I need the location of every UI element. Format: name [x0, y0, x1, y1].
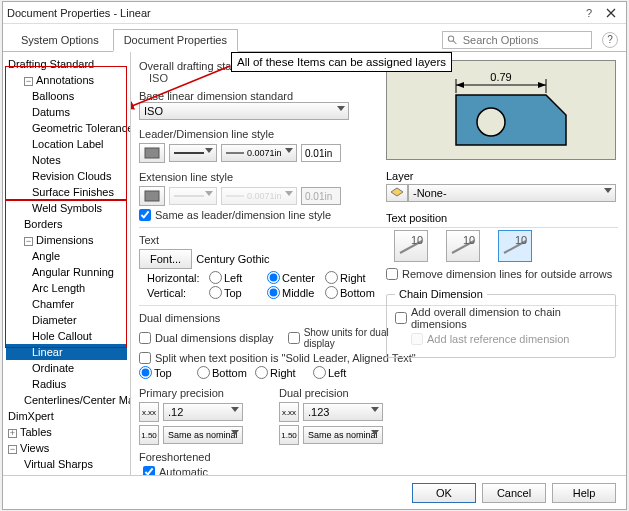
tree-dimensions[interactable]: −Dimensions: [6, 232, 127, 248]
primary-tolerance-combo[interactable]: Same as nominal: [163, 426, 243, 444]
svg-text:10: 10: [411, 235, 423, 246]
tree-centerlines[interactable]: Centerlines/Center Marks: [6, 392, 127, 408]
svg-rect-7: [145, 191, 159, 201]
text-pos-2[interactable]: 10: [446, 230, 480, 262]
close-button[interactable]: [600, 4, 622, 22]
leader-gap-input[interactable]: [301, 144, 341, 162]
horiz-center-radio[interactable]: Center: [267, 271, 319, 284]
tree-angular-running[interactable]: Angular Running: [6, 264, 127, 280]
tree-diameter[interactable]: Diameter: [6, 312, 127, 328]
callout-annotation: All of these Items can be assigned layer…: [231, 52, 452, 72]
dual-precision-label: Dual precision: [279, 387, 389, 399]
tree-arc-length[interactable]: Arc Length: [6, 280, 127, 296]
expand-icon[interactable]: +: [8, 429, 17, 438]
search-box[interactable]: [442, 31, 592, 49]
tree-virtual-sharps[interactable]: Virtual Sharps: [6, 456, 127, 472]
help-button[interactable]: Help: [552, 483, 616, 503]
svg-point-21: [477, 108, 505, 136]
tree-views[interactable]: −Views: [6, 440, 127, 456]
layer-icon[interactable]: [386, 184, 408, 202]
dual-split-checkbox[interactable]: [139, 352, 151, 364]
search-icon: [447, 34, 458, 46]
tree-location-label[interactable]: Location Label: [6, 136, 127, 152]
horiz-left-radio[interactable]: Left: [209, 271, 261, 284]
tree-detailing[interactable]: Detailing: [6, 472, 127, 475]
tree-borders[interactable]: Borders: [6, 216, 127, 232]
help-titlebar-button[interactable]: ?: [578, 4, 600, 22]
tree-linear[interactable]: Linear: [6, 344, 127, 360]
primary-precision-combo[interactable]: .12: [163, 403, 243, 421]
leader-thickness-combo[interactable]: 0.0071in: [221, 144, 297, 162]
preview-dimension: 0.79: [490, 71, 511, 83]
primary-tol-icon: 1.50: [139, 425, 159, 445]
tree-surface-finishes[interactable]: Surface Finishes: [6, 184, 127, 200]
tree-notes[interactable]: Notes: [6, 152, 127, 168]
collapse-icon[interactable]: −: [24, 237, 33, 246]
tree-datums[interactable]: Datums: [6, 104, 127, 120]
tree-dimxpert[interactable]: DimXpert: [6, 408, 127, 424]
font-button[interactable]: Font...: [139, 249, 192, 269]
svg-rect-4: [145, 148, 159, 158]
chain-add-last-checkbox: [411, 333, 423, 345]
tree-hole-callout[interactable]: Hole Callout: [6, 328, 127, 344]
tree-geometric-tolerances[interactable]: Geometric Tolerances: [6, 120, 127, 136]
svg-point-0: [448, 35, 453, 40]
tree-chamfer[interactable]: Chamfer: [6, 296, 127, 312]
chevron-down-icon: [231, 430, 239, 435]
cancel-button[interactable]: Cancel: [482, 483, 546, 503]
layer-combo[interactable]: -None-: [408, 184, 616, 202]
text-pos-1[interactable]: 10: [394, 230, 428, 262]
horiz-right-radio[interactable]: Right: [325, 271, 377, 284]
chain-add-overall-checkbox[interactable]: [395, 312, 407, 324]
chain-dimension-title: Chain Dimension: [395, 288, 487, 300]
dual-precision-combo[interactable]: .123: [303, 403, 383, 421]
primary-prec-icon: x.xx: [139, 402, 159, 422]
svg-marker-20: [538, 82, 546, 88]
tab-document-properties[interactable]: Document Properties: [113, 29, 238, 52]
search-input[interactable]: [462, 33, 587, 47]
dual-units-checkbox[interactable]: [288, 332, 300, 344]
dual-top-radio[interactable]: Top: [139, 366, 191, 379]
tree-balloons[interactable]: Balloons: [6, 88, 127, 104]
chevron-down-icon: [604, 188, 612, 193]
dual-bottom-radio[interactable]: Bottom: [197, 366, 249, 379]
leader-color-button[interactable]: [139, 143, 165, 163]
vert-bottom-radio[interactable]: Bottom: [325, 286, 377, 299]
leader-linetype-combo[interactable]: [169, 144, 217, 162]
tree-weld-symbols[interactable]: Weld Symbols: [6, 200, 127, 216]
svg-text:10: 10: [463, 235, 475, 246]
help-icon[interactable]: ?: [602, 32, 618, 48]
dual-left-radio[interactable]: Left: [313, 366, 365, 379]
primary-precision-label: Primary precision: [139, 387, 249, 399]
text-pos-3[interactable]: 10: [498, 230, 532, 262]
remove-dim-lines-checkbox[interactable]: [386, 268, 398, 280]
tree-revision-clouds[interactable]: Revision Clouds: [6, 168, 127, 184]
ok-button[interactable]: OK: [412, 483, 476, 503]
vert-middle-radio[interactable]: Middle: [267, 286, 319, 299]
same-as-leader-checkbox[interactable]: [139, 209, 151, 221]
tree-radius[interactable]: Radius: [6, 376, 127, 392]
tab-system-options[interactable]: System Options: [11, 30, 109, 50]
dual-tol-icon: 1.50: [279, 425, 299, 445]
layer-label: Layer: [386, 170, 616, 182]
foreshort-label: Foreshortened: [139, 451, 618, 463]
chevron-down-icon: [285, 148, 293, 153]
font-name: Century Gothic: [196, 253, 269, 265]
foreshort-auto-checkbox[interactable]: [143, 466, 155, 475]
chevron-down-icon: [231, 407, 239, 412]
tree-annotations[interactable]: −Annotations: [6, 72, 127, 88]
dual-display-checkbox[interactable]: [139, 332, 151, 344]
window-title: Document Properties - Linear: [7, 7, 578, 19]
tree-drafting-standard[interactable]: Drafting Standard: [6, 56, 127, 72]
tree-tables[interactable]: +Tables: [6, 424, 127, 440]
dual-tolerance-combo[interactable]: Same as nominal: [303, 426, 383, 444]
ext-color-button[interactable]: [139, 186, 165, 206]
collapse-icon[interactable]: −: [8, 445, 17, 454]
dual-prec-icon: x.xx: [279, 402, 299, 422]
collapse-icon[interactable]: −: [24, 77, 33, 86]
tree-ordinate[interactable]: Ordinate: [6, 360, 127, 376]
dual-right-radio[interactable]: Right: [255, 366, 307, 379]
vert-top-radio[interactable]: Top: [209, 286, 261, 299]
ext-thickness-combo: 0.0071in: [221, 187, 297, 205]
tree-angle[interactable]: Angle: [6, 248, 127, 264]
